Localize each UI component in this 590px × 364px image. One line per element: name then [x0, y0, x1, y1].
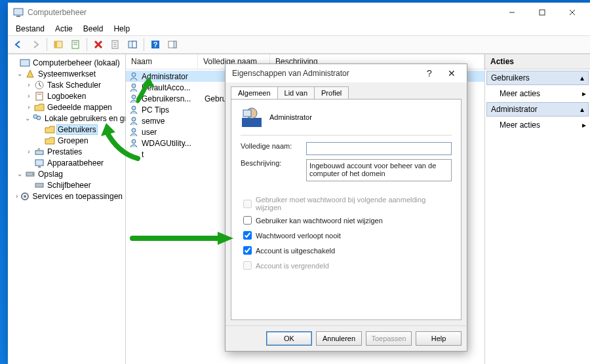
dialog-title: Eigenschappen van Administrator — [232, 69, 418, 78]
user-icon — [241, 106, 263, 128]
svg-point-44 — [132, 128, 136, 132]
action-pane-button[interactable] — [165, 37, 180, 52]
help-button[interactable]: ? — [148, 37, 163, 52]
more-actions-users[interactable]: Meer acties▸ — [485, 86, 590, 101]
dialog-buttons: OK Annuleren Toepassen Help — [226, 325, 467, 351]
svg-point-42 — [132, 106, 136, 110]
menu-action[interactable]: Actie — [51, 23, 77, 35]
collapse-icon: ▴ — [580, 73, 584, 82]
dialog-tabs: Algemeen Lid van Profiel — [226, 82, 467, 99]
help-button[interactable]: Help — [416, 331, 462, 346]
more-actions-admin[interactable]: Meer acties▸ — [485, 118, 590, 132]
console-tree[interactable]: Computerbeheer (lokaal) ⌄Systeemwerkset … — [8, 54, 126, 364]
svg-rect-46 — [242, 118, 262, 127]
svg-point-43 — [132, 117, 136, 121]
svg-rect-31 — [35, 151, 43, 155]
tree-root[interactable]: Computerbeheer (lokaal) — [31, 58, 121, 67]
export-list-button[interactable] — [108, 37, 123, 52]
checkbox-must-change: Gebruiker moet wachtwoord bij volgende a… — [241, 196, 452, 211]
checkbox-never-expires[interactable]: Wachtwoord verloopt nooit — [241, 229, 452, 242]
minimize-button[interactable] — [497, 3, 527, 22]
chevron-right-icon: ▸ — [582, 89, 586, 98]
svg-rect-3 — [540, 10, 545, 15]
dialog-help-button[interactable]: ? — [418, 68, 441, 79]
svg-rect-27 — [36, 92, 43, 100]
ok-button[interactable]: OK — [266, 331, 312, 346]
tree-localusers[interactable]: Lokale gebruikers en gro… — [43, 114, 126, 123]
cancel-button[interactable]: Annuleren — [316, 331, 362, 346]
tab-profile[interactable]: Profiel — [314, 86, 349, 99]
forward-button[interactable] — [28, 37, 43, 52]
menubar: Bestand Actie Beeld Help — [8, 22, 590, 35]
app-icon — [13, 7, 24, 18]
svg-rect-33 — [38, 166, 41, 168]
svg-point-35 — [32, 173, 33, 175]
svg-rect-22 — [174, 41, 176, 48]
checkbox-locked: Account is vergrendeld — [241, 259, 452, 272]
description-input[interactable]: Ingebouwd account voor beheer van de com… — [306, 159, 452, 181]
menu-view[interactable]: Beeld — [79, 23, 108, 35]
menu-help[interactable]: Help — [109, 23, 134, 35]
tree-sharedfolders[interactable]: Gedeelde mappen — [46, 103, 113, 112]
tree-perf[interactable]: Prestaties — [46, 147, 83, 156]
tree-storage[interactable]: Opslag — [37, 170, 64, 179]
svg-point-38 — [24, 195, 26, 198]
refresh-button[interactable] — [125, 37, 140, 52]
tab-memberof[interactable]: Lid van — [277, 86, 315, 99]
svg-rect-23 — [20, 60, 30, 66]
username-label: Administrator — [269, 113, 312, 121]
tree-devmgr[interactable]: Apparaatbeheer — [46, 158, 105, 168]
svg-rect-7 — [54, 41, 57, 48]
svg-rect-32 — [35, 160, 43, 166]
actions-section-admin[interactable]: Administrator▴ — [486, 102, 589, 117]
svg-point-40 — [132, 84, 136, 88]
tree-users[interactable]: Gebruikers — [56, 124, 98, 135]
fullname-input[interactable] — [306, 142, 452, 155]
checkbox-cannot-change[interactable]: Gebruiker kan wachtwoord niet wijzigen — [241, 214, 452, 227]
dialog-close-button[interactable]: ✕ — [441, 68, 463, 79]
actions-header: Acties — [485, 54, 590, 69]
svg-rect-36 — [35, 183, 43, 187]
maximize-button[interactable] — [527, 3, 557, 22]
tab-general[interactable]: Algemeen — [231, 86, 278, 99]
svg-rect-48 — [243, 110, 251, 117]
checkbox-disabled[interactable]: Account is uitgeschakeld — [241, 244, 452, 257]
close-button[interactable] — [557, 3, 587, 22]
dialog-body: Administrator Volledige naam: Beschrijvi… — [231, 99, 462, 320]
actions-pane: Acties Gebruikers▴ Meer acties▸ Administ… — [485, 54, 590, 364]
tree-eventlogs[interactable]: Logboeken — [46, 92, 87, 101]
description-label: Beschrijving: — [241, 159, 306, 167]
tree-tasksched[interactable]: Task Scheduler — [46, 81, 102, 90]
chevron-right-icon: ▸ — [582, 120, 586, 130]
collapse-icon: ▴ — [580, 105, 584, 114]
back-button[interactable] — [10, 37, 26, 52]
tree-systools[interactable]: Systeemwerkset — [37, 69, 97, 79]
properties-button[interactable] — [68, 37, 83, 52]
svg-text:?: ? — [153, 41, 158, 48]
show-hide-tree-button[interactable] — [50, 37, 66, 52]
properties-dialog: Eigenschappen van Administrator ? ✕ Alge… — [225, 64, 467, 352]
svg-rect-1 — [16, 16, 20, 17]
dialog-titlebar: Eigenschappen van Administrator ? ✕ — [226, 64, 467, 82]
toolbar: ? — [8, 35, 590, 54]
delete-button[interactable] — [90, 37, 106, 52]
titlebar: Computerbeheer — [8, 3, 590, 22]
tree-diskmgmt[interactable]: Schijfbeheer — [46, 181, 92, 190]
svg-point-30 — [37, 116, 41, 120]
menu-file[interactable]: Bestand — [12, 23, 49, 35]
svg-rect-18 — [132, 41, 136, 48]
svg-point-41 — [132, 95, 136, 99]
svg-rect-0 — [14, 9, 23, 15]
apply-button[interactable]: Toepassen — [366, 331, 412, 346]
window-title: Computerbeheer — [28, 8, 497, 17]
col-name[interactable]: Naam — [126, 54, 198, 69]
tree-groups[interactable]: Groepen — [56, 136, 90, 145]
tree-services[interactable]: Services en toepassingen — [31, 192, 124, 201]
svg-point-45 — [132, 139, 136, 143]
svg-point-39 — [132, 73, 136, 77]
actions-section-users[interactable]: Gebruikers▴ — [486, 71, 589, 85]
fullname-label: Volledige naam: — [241, 142, 306, 150]
